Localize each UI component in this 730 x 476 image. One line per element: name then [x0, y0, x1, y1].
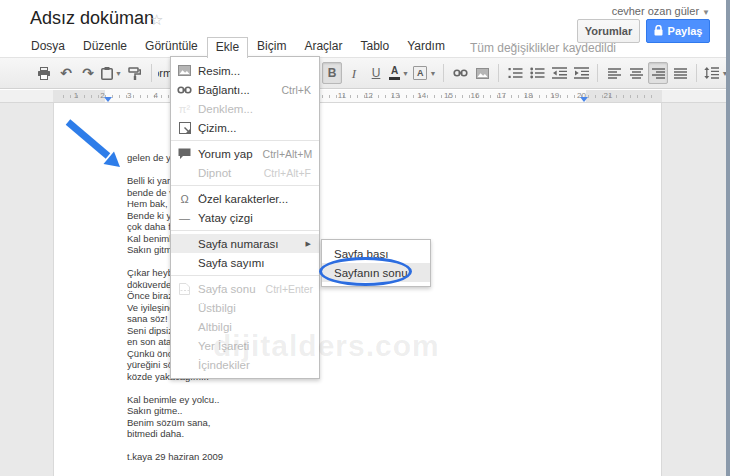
- chevron-down-icon: ▼: [402, 70, 409, 77]
- glyph-icon: Ω: [171, 193, 198, 205]
- page-number-submenu: Sayfa başıSayfanın sonu: [321, 239, 431, 287]
- insert-menu-item-sayfa-sonu: Sayfa sonuCtrl+Enter: [171, 279, 319, 298]
- italic-button[interactable]: I: [344, 62, 364, 84]
- menubar-item-görüntüle[interactable]: Görüntüle: [136, 37, 207, 58]
- menubar-item-ekle[interactable]: Ekle: [207, 37, 248, 58]
- ruler-page-area: 123456789101112131415161718192021: [53, 90, 662, 102]
- document-area: gelen de y Belli ki yarabende de vHem ba…: [0, 103, 730, 476]
- insert-menu-item-yorum-yap[interactable]: Yorum yapCtrl+Alt+M: [171, 144, 319, 163]
- comment-icon: [171, 148, 198, 160]
- lock-icon: [654, 25, 663, 38]
- glyph-icon: π²: [171, 103, 198, 115]
- insert-menu: Resim...Bağlantı...Ctrl+Kπ²Denklem...Çiz…: [170, 56, 320, 379]
- insert-menu-item-altbilgi: Altbilgi: [171, 317, 319, 336]
- page-break-icon: [171, 283, 198, 295]
- document-page[interactable]: gelen de y Belli ki yarabende de vHem ba…: [53, 103, 662, 476]
- toolbar: ↶↷▼Normal metin BIUA▼A▼▼: [0, 57, 730, 89]
- toolbar-separator: [443, 64, 444, 82]
- insert-menu-item-denklem: π²Denklem...: [171, 99, 319, 118]
- insert-menu-item-üstbilgi: Üstbilgi: [171, 298, 319, 317]
- menubar-item-yardım[interactable]: Yardım: [398, 37, 454, 58]
- insert-menu-item-çizim[interactable]: Çizim...: [171, 118, 319, 137]
- chevron-down-icon: ▼: [702, 8, 710, 17]
- insert-menu-item-sayfa-numarası[interactable]: Sayfa numarası▶: [171, 234, 319, 253]
- redo-button[interactable]: ↷: [78, 62, 98, 84]
- insert-menu-item-sayfa-sayımı[interactable]: Sayfa sayımı: [171, 253, 319, 272]
- highlight-color-button[interactable]: A▼: [412, 62, 437, 84]
- insert-link-button[interactable]: [450, 62, 470, 84]
- chevron-down-icon: ▼: [115, 70, 122, 77]
- numbered-list-button[interactable]: [505, 62, 525, 84]
- insert-menu-item-resim[interactable]: Resim...: [171, 61, 319, 80]
- user-name: cevher ozan güler: [612, 5, 699, 17]
- toolbar-separator: [597, 64, 598, 82]
- toolbar-separator: [151, 64, 152, 82]
- menubar: DosyaDüzenleGörüntüleEkleBiçimAraçlarTab…: [22, 37, 454, 58]
- paste-button[interactable]: ▼: [100, 62, 123, 84]
- doc-line: Sakın gitme..: [127, 405, 223, 417]
- toolbar-right-group: BIUA▼A▼▼: [322, 62, 729, 84]
- ruler[interactable]: 123456789101112131415161718192021: [0, 90, 730, 103]
- insert-menu-item-yer-i-şareti: Yer İşareti: [171, 336, 319, 355]
- image-icon: [171, 65, 198, 76]
- doc-line: Benim sözüm sana,: [127, 417, 223, 429]
- doc-line: t.kaya 29 haziran 2009: [127, 451, 223, 463]
- document-title[interactable]: Adsız doküman: [30, 8, 154, 29]
- star-icon[interactable]: ☆: [150, 11, 163, 29]
- menubar-item-biçim[interactable]: Biçim: [248, 37, 295, 58]
- menubar-item-düzenle[interactable]: Düzenle: [74, 37, 136, 58]
- link-icon: [171, 85, 198, 95]
- align-right-button[interactable]: [648, 62, 668, 84]
- doc-line: Kal benimle ey yolcu..: [127, 394, 223, 406]
- insert-menu-item-dipnot: DipnotCtrl+Alt+F: [171, 163, 319, 182]
- bulleted-list-button[interactable]: [527, 62, 547, 84]
- print-button[interactable]: [34, 62, 54, 84]
- save-status: Tüm değişiklikler kaydedildi: [470, 41, 616, 55]
- insert-menu-item-i-çindekiler: İçindekiler: [171, 355, 319, 374]
- align-center-button[interactable]: [626, 62, 646, 84]
- left-indent-marker[interactable]: [104, 97, 112, 102]
- submenu-item-sayfanın-sonu[interactable]: Sayfanın sonu: [322, 263, 430, 282]
- glyph-icon: —: [171, 212, 198, 224]
- insert-menu-item-bağlantı[interactable]: Bağlantı...Ctrl+K: [171, 80, 319, 99]
- decrease-indent-button[interactable]: [549, 62, 569, 84]
- header: Adsız doküman ☆ cevher ozan güler▼ Yorum…: [0, 0, 730, 38]
- bold-button[interactable]: B: [322, 62, 342, 84]
- underline-button[interactable]: U: [366, 62, 386, 84]
- insert-image-button[interactable]: [472, 62, 492, 84]
- drawing-icon: [171, 122, 198, 134]
- vertical-scrollbar[interactable]: [726, 0, 730, 476]
- menubar-item-tablo[interactable]: Tablo: [351, 37, 398, 58]
- toolbar-separator: [498, 64, 499, 82]
- text-color-button[interactable]: A▼: [388, 62, 410, 84]
- toolbar-separator: [696, 64, 697, 82]
- account-menu[interactable]: cevher ozan güler▼: [612, 5, 710, 17]
- increase-indent-button[interactable]: [571, 62, 591, 84]
- menubar-item-dosya[interactable]: Dosya: [22, 37, 74, 58]
- align-left-button[interactable]: [604, 62, 624, 84]
- right-indent-marker[interactable]: [580, 97, 588, 102]
- doc-line: [127, 382, 223, 394]
- submenu-arrow-icon: ▶: [306, 240, 311, 248]
- doc-line: [127, 440, 223, 452]
- undo-button[interactable]: ↶: [56, 62, 76, 84]
- doc-line: bitmedi daha.: [127, 428, 223, 440]
- insert-menu-item-yatay-çizgi[interactable]: —Yatay çizgi: [171, 208, 319, 227]
- paint-format-button[interactable]: [125, 62, 145, 84]
- menubar-row: DosyaDüzenleGörüntüleEkleBiçimAraçlarTab…: [0, 38, 730, 57]
- chevron-down-icon: ▼: [429, 70, 436, 77]
- justify-button[interactable]: [670, 62, 690, 84]
- menubar-item-araçlar[interactable]: Araçlar: [295, 37, 351, 58]
- submenu-item-sayfa-başı[interactable]: Sayfa başı: [322, 244, 430, 263]
- insert-menu-item-özel-karakterler[interactable]: ΩÖzel karakterler...: [171, 189, 319, 208]
